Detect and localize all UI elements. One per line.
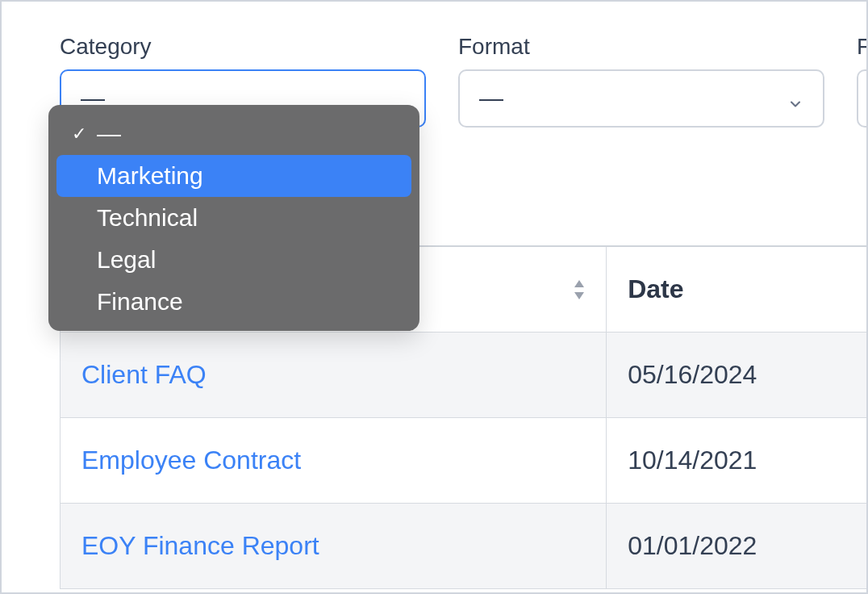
dropdown-item-label: Technical	[97, 204, 397, 232]
category-filter-label: Category	[60, 34, 426, 60]
document-name-cell: Employee Contract	[61, 417, 607, 503]
check-icon: ✓	[71, 123, 87, 144]
document-date-cell: 01/01/2022	[607, 503, 868, 588]
svg-marker-0	[574, 280, 584, 287]
document-date-cell: 05/16/2024	[607, 332, 868, 417]
dropdown-item-label: Finance	[97, 288, 397, 316]
dropdown-item-label: Marketing	[97, 162, 397, 190]
category-option-technical[interactable]: Technical	[56, 197, 411, 239]
document-link[interactable]: EOY Finance Report	[81, 531, 319, 560]
table-row: EOY Finance Report 01/01/2022	[61, 503, 869, 588]
dropdown-item-label: —	[97, 120, 397, 148]
format-filter-label: Format	[458, 34, 824, 60]
category-dropdown: ✓ — Marketing Technical Legal Finance	[48, 105, 419, 331]
document-link[interactable]: Client FAQ	[81, 360, 207, 389]
svg-marker-1	[574, 292, 584, 299]
category-option-finance[interactable]: Finance	[56, 281, 411, 323]
document-date-cell: 10/14/2021	[607, 417, 868, 503]
document-name-cell: Client FAQ	[61, 332, 607, 417]
column-header-date-label: Date	[628, 274, 683, 303]
document-link[interactable]: Employee Contract	[81, 446, 301, 475]
category-option-none[interactable]: ✓ —	[56, 113, 411, 155]
table-row: Employee Contract 10/14/2021	[61, 417, 869, 503]
table-row: Client FAQ 05/16/2024	[61, 332, 869, 417]
document-name-cell: EOY Finance Report	[61, 503, 607, 588]
extra-select[interactable]	[857, 69, 868, 128]
sort-icon[interactable]	[572, 278, 586, 300]
category-option-legal[interactable]: Legal	[56, 239, 411, 281]
column-header-date[interactable]: Date	[607, 246, 868, 332]
format-select-value: —	[479, 85, 503, 112]
format-select[interactable]: —	[458, 69, 824, 128]
extra-filter-label: F	[857, 34, 868, 60]
chevron-down-icon	[787, 90, 803, 107]
category-option-marketing[interactable]: Marketing	[56, 155, 411, 197]
dropdown-item-label: Legal	[97, 246, 397, 274]
